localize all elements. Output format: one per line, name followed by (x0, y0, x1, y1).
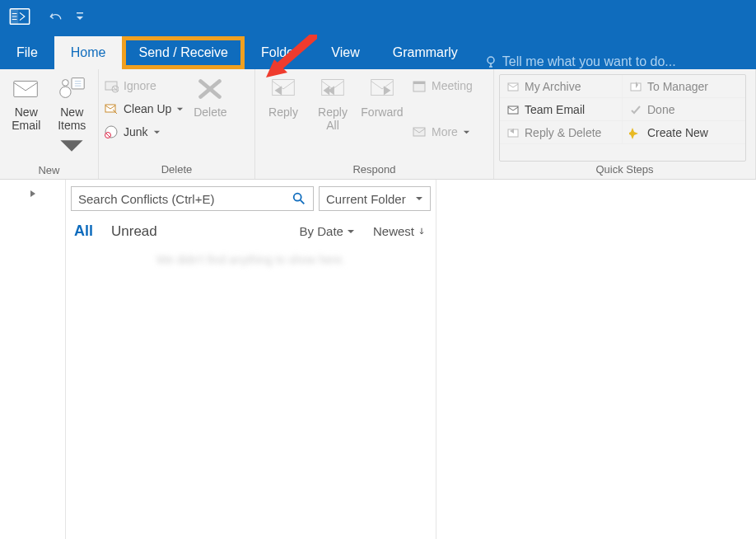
qs-my-archive[interactable]: My Archive (500, 75, 623, 98)
quick-steps-gallery[interactable]: My Archive To Manager Team Email Done Re… (499, 74, 746, 162)
qs-team-email[interactable]: Team Email (500, 98, 623, 121)
meeting-button[interactable]: Meeting (412, 76, 473, 96)
tab-grammarly[interactable]: Grammarly (376, 36, 474, 69)
filter-all[interactable]: All (74, 223, 93, 240)
nav-pane-collapsed[interactable] (0, 180, 66, 539)
svg-rect-13 (273, 80, 295, 96)
ribbon: New Email New Items New Ignore Clean Up (0, 69, 756, 180)
app-icon (8, 5, 31, 31)
svg-rect-2 (77, 12, 83, 14)
svg-rect-18 (413, 128, 425, 136)
titlebar (0, 0, 756, 36)
forward-button[interactable]: Forward (359, 74, 405, 162)
new-email-button[interactable]: New Email (5, 74, 48, 162)
tab-file[interactable]: File (0, 36, 54, 69)
svg-point-23 (294, 194, 301, 201)
filter-unread[interactable]: Unread (111, 223, 157, 240)
content-area: Search Conflicts (Ctrl+E) Current Folder… (0, 180, 756, 539)
tell-me-search[interactable]: Tell me what you want to do... (484, 54, 676, 69)
cleanup-button[interactable]: Clean Up (104, 99, 184, 119)
search-icon (292, 191, 306, 206)
qat-customize-icon[interactable] (76, 10, 84, 26)
group-label-quicksteps: Quick Steps (499, 162, 750, 179)
sort-field-dropdown[interactable]: By Date (300, 224, 355, 238)
search-scope-dropdown[interactable]: Current Folder (319, 186, 431, 211)
tell-me-placeholder: Tell me what you want to do... (502, 54, 676, 69)
reading-pane (436, 180, 756, 539)
sort-direction-toggle[interactable]: Newest (373, 224, 426, 238)
group-label-delete: Delete (104, 162, 250, 179)
undo-icon[interactable] (48, 10, 64, 26)
new-items-button[interactable]: New Items (51, 74, 94, 162)
tab-home[interactable]: Home (54, 36, 123, 69)
chevron-down-icon (415, 195, 423, 203)
group-label-new: New (5, 162, 93, 180)
chevron-down-icon (347, 227, 355, 236)
arrow-down-icon (418, 227, 426, 236)
svg-point-3 (488, 57, 494, 63)
more-respond-button[interactable]: More (412, 122, 473, 142)
search-placeholder: Search Conflicts (Ctrl+E) (78, 192, 214, 206)
expand-nav-icon (27, 188, 39, 199)
qs-to-manager[interactable]: To Manager (623, 75, 745, 98)
message-list-pane: Search Conflicts (Ctrl+E) Current Folder… (66, 180, 436, 539)
empty-list-message: We didn't find anything to show here. (71, 240, 431, 279)
delete-button[interactable]: Delete (187, 74, 233, 162)
junk-button[interactable]: Junk (104, 122, 184, 142)
svg-point-6 (63, 80, 69, 87)
reply-button[interactable]: Reply (260, 74, 306, 162)
svg-rect-4 (14, 81, 38, 96)
svg-rect-17 (413, 82, 425, 84)
svg-rect-15 (371, 80, 394, 96)
group-label-respond: Respond (260, 162, 488, 179)
ignore-button[interactable]: Ignore (104, 76, 184, 96)
qs-reply-delete[interactable]: Reply & Delete (500, 121, 623, 144)
tab-folder[interactable]: Folder (245, 36, 315, 69)
svg-point-5 (60, 87, 71, 97)
qs-create-new[interactable]: Create New (623, 121, 745, 144)
tab-view[interactable]: View (315, 36, 376, 69)
reply-all-button[interactable]: Reply All (310, 74, 356, 162)
search-input[interactable]: Search Conflicts (Ctrl+E) (71, 186, 314, 211)
qs-done[interactable]: Done (623, 98, 745, 121)
tab-send-receive[interactable]: Send / Receive (122, 36, 245, 69)
ribbon-tabstrip: File Home Send / Receive Folder View Gra… (0, 36, 756, 69)
